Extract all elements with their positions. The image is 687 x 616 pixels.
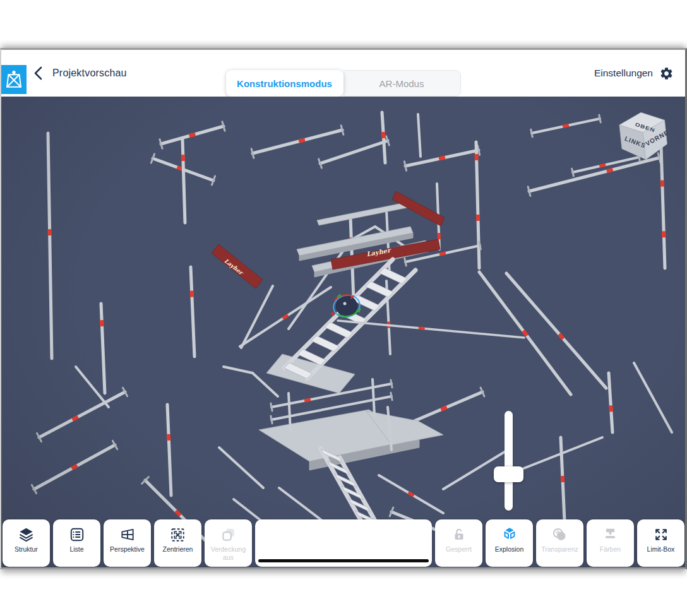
tab-konstruktionsmodus-label: Konstruktionsmodus (237, 78, 332, 89)
toolbar-button-liste[interactable]: Liste (53, 519, 100, 567)
toolbar-button-verdeckung: Verdeckung aus (205, 519, 252, 567)
limit-box-icon (652, 525, 670, 544)
list-icon (69, 525, 85, 544)
perspective-icon (119, 525, 136, 544)
toolbar-left-group: StrukturListePerspektiveZentrierenVerdec… (3, 519, 252, 567)
layher-logo-icon (4, 68, 24, 91)
toolbar-button-limitbox[interactable]: Limit-Box (637, 519, 684, 567)
explosion-cube-icon (501, 525, 518, 544)
center-icon (169, 525, 186, 544)
transparency-icon (551, 525, 568, 544)
toolbar-button-perspektive[interactable]: Perspektive (104, 519, 151, 567)
toolbar-button-label: Färben (600, 545, 621, 554)
zoom-slider-handle[interactable] (494, 466, 523, 482)
tab-konstruktionsmodus[interactable]: Konstruktionsmodus (226, 70, 344, 97)
toolbar-button-label: Explosion (495, 545, 524, 554)
toolbar-button-transparenz: Transparenz (536, 519, 583, 567)
occlusion-icon (220, 525, 237, 544)
toolbar-button-label: Zentrieren (163, 545, 193, 554)
3d-viewport[interactable]: LayherLayher OBEN LINKS VORNE StrukturLi… (1, 97, 686, 567)
tab-ar-modus[interactable]: AR-Modus (344, 70, 461, 97)
back-label: Projektvorschau (52, 68, 127, 79)
toolbar-button-struktur[interactable]: Struktur (3, 519, 50, 567)
toolbar-button-label: Verdeckung aus (205, 545, 252, 561)
mode-tab-bar: Konstruktionsmodus AR-Modus (226, 70, 461, 97)
app-logo (1, 65, 27, 94)
back-chevron-icon (34, 66, 42, 80)
toolbar-button-zentrieren[interactable]: Zentrieren (154, 519, 201, 567)
top-navigation-bar: Projektvorschau Konstruktionsmodus AR-Mo… (1, 50, 685, 97)
zoom-slider-track[interactable] (505, 411, 513, 511)
gear-icon (659, 66, 674, 81)
paint-roller-icon (602, 525, 619, 544)
home-indicator[interactable] (258, 559, 429, 562)
layers-icon (18, 525, 35, 544)
toolbar-button-label: Transparenz (541, 545, 578, 554)
toolbar-spacer-card (255, 519, 432, 567)
tab-ar-modus-label: AR-Modus (379, 78, 424, 89)
toolbar-right-group: GesperrtExplosionTransparenzFärbenLimit-… (435, 519, 684, 567)
toolbar-button-explosion[interactable]: Explosion (486, 519, 533, 567)
settings-label: Einstellungen (594, 68, 653, 79)
settings-button[interactable]: Einstellungen (594, 50, 674, 97)
toolbar-button-label: Limit-Box (647, 545, 675, 554)
back-button[interactable]: Projektvorschau (34, 50, 127, 97)
toolbar-button-faerben: Färben (587, 519, 634, 567)
scaffold-3d-scene[interactable]: LayherLayher (1, 97, 686, 567)
lock-open-icon (451, 525, 467, 544)
toolbar-button-label: Gesperrt (446, 545, 472, 554)
toolbar-button-gesperrt: Gesperrt (435, 519, 482, 567)
app-screenshot-page: Projektvorschau Konstruktionsmodus AR-Mo… (0, 0, 687, 616)
orientation-cube[interactable]: OBEN LINKS VORNE (614, 107, 673, 166)
toolbar-button-label: Perspektive (110, 545, 145, 554)
bottom-toolbar: StrukturListePerspektiveZentrierenVerdec… (3, 519, 684, 567)
tablet-app-frame: Projektvorschau Konstruktionsmodus AR-Mo… (0, 48, 687, 569)
toolbar-button-label: Struktur (15, 545, 38, 554)
toolbar-button-label: Liste (69, 545, 83, 554)
